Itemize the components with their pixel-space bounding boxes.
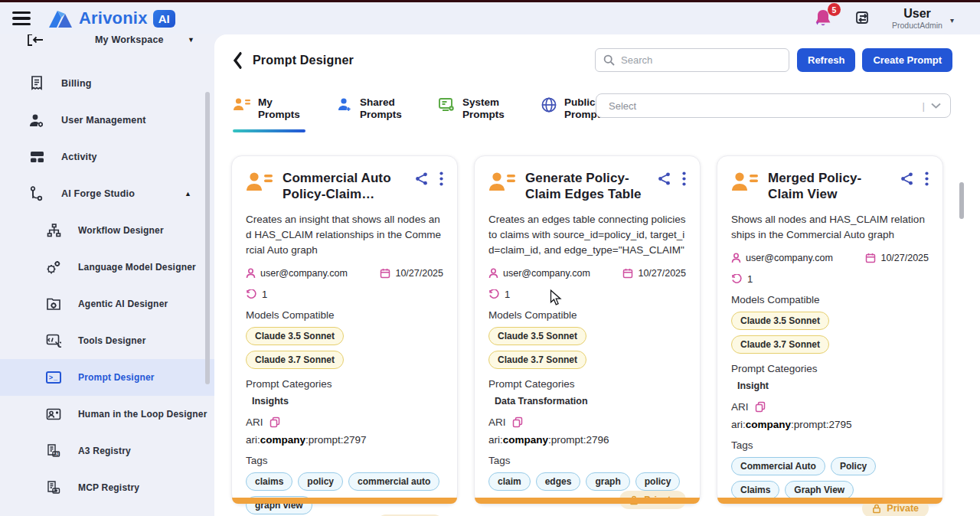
notification-bell-icon[interactable]: 5 (814, 8, 834, 28)
chevron-down-icon (931, 103, 941, 109)
prompt-date: 10/27/2025 (395, 268, 443, 279)
model-chip: Claude 3.5 Sonnet (731, 312, 829, 330)
model-chip: Claude 3.5 Sonnet (246, 327, 344, 345)
sidebar: My Workspace ▼ Billing User Man (0, 34, 214, 516)
workspace-switch-icon[interactable] (854, 9, 872, 28)
sidebar-item-human-in-the-loop-designer[interactable]: Human in the Loop Designer (0, 396, 214, 433)
brand-name: Arivonix (79, 8, 148, 28)
tab-system-prompts[interactable]: System Prompts (438, 96, 510, 132)
model-chip: Claude 3.7 Sonnet (246, 351, 344, 369)
sidebar-item-mcp-registry[interactable]: MCP Registry (0, 469, 214, 506)
copy-icon[interactable] (755, 401, 766, 413)
user-caret-icon: ▾ (950, 16, 954, 24)
share-icon[interactable] (414, 171, 429, 186)
version-count: 1 (505, 289, 510, 300)
ari-value: ari:company:prompt:2796 (488, 434, 686, 446)
sidebar-item-a3-registry[interactable]: A3 A3 Registry (0, 433, 214, 469)
models-compatible-label: Models Compatible (246, 309, 443, 321)
user-management-icon (29, 113, 44, 128)
tag-chip: claim (488, 472, 531, 491)
search-icon (603, 54, 615, 66)
share-icon[interactable] (657, 171, 671, 186)
calendar-icon (865, 253, 876, 263)
prompt-categories-label: Prompt Categories (246, 378, 443, 390)
user-role: ProductAdmin (892, 21, 942, 30)
sidebar-item-activity[interactable]: Activity (0, 139, 214, 175)
prompt-title: Generate Policy-Claim Edges Table (525, 170, 648, 203)
copy-icon[interactable] (512, 416, 523, 428)
owner-icon (488, 268, 498, 279)
sidebar-item-billing[interactable]: Billing (0, 65, 214, 102)
ari-label: ARI (731, 401, 749, 413)
ari-label: ARI (488, 416, 506, 428)
my-prompts-icon (233, 96, 251, 122)
sidebar-item-prompt-designer[interactable]: >_ Prompt Designer (0, 359, 214, 396)
tab-my-prompts[interactable]: My Prompts (233, 96, 305, 132)
sidebar-item-agentic-ai-designer[interactable]: Agentic AI Designer (0, 286, 214, 322)
history-icon (246, 289, 256, 300)
prompt-categories-label: Prompt Categories (731, 363, 929, 374)
prompt-title: Commercial Auto Policy-Claim… (283, 170, 405, 203)
prompt-date: 10/27/2025 (638, 268, 686, 279)
filter-select-value: Select (609, 100, 636, 112)
user-name: User (892, 7, 942, 21)
prompt-card[interactable]: Merged Policy-Claim View Shows all nodes… (717, 155, 943, 505)
ai-forge-studio-icon (29, 186, 44, 201)
brand-ai-badge: AI (153, 10, 175, 28)
share-icon[interactable] (900, 171, 914, 186)
copy-icon[interactable] (270, 416, 280, 428)
card-accent-bar (232, 498, 457, 504)
tags-label: Tags (488, 455, 686, 466)
sidebar-item-language-model-designer[interactable]: Language Model Designer (0, 249, 214, 286)
prompt-categories-label: Prompt Categories (488, 378, 686, 390)
tag-chip: Claims (731, 481, 779, 499)
shared-prompts-icon (336, 96, 353, 122)
kebab-menu-icon[interactable] (925, 171, 929, 186)
kebab-menu-icon[interactable] (439, 171, 443, 186)
prompt-card[interactable]: Commercial Auto Policy-Claim… Creates an… (231, 155, 458, 505)
version-count: 1 (747, 273, 753, 285)
tools-designer-icon (46, 333, 61, 348)
ari-value: ari:company:prompt:2797 (246, 434, 443, 446)
owner-email: user@company.com (503, 268, 590, 279)
mcp-registry-icon (46, 480, 61, 495)
filter-select[interactable]: Select | (596, 93, 951, 118)
calendar-icon (622, 268, 633, 279)
refresh-button[interactable]: Refresh (797, 48, 855, 72)
create-prompt-button[interactable]: Create Prompt (862, 48, 952, 72)
sidebar-item-tools-designer[interactable]: Tools Designer (0, 322, 214, 359)
collapse-sidebar-icon[interactable] (28, 34, 44, 46)
models-compatible-label: Models Compatible (731, 294, 929, 305)
back-arrow-icon[interactable] (233, 51, 242, 69)
search-input[interactable] (621, 54, 781, 66)
main-scrollbar[interactable] (959, 182, 964, 219)
tag-chip: Graph View (785, 481, 854, 499)
workspace-row[interactable]: My Workspace ▼ (0, 34, 214, 48)
agentic-ai-designer-icon (46, 296, 61, 312)
prompt-description: Creates an edges table connecting polici… (488, 212, 686, 258)
ari-value: ari:company:prompt:2795 (731, 419, 929, 430)
billing-icon (29, 76, 44, 91)
sidebar-item-workflow-designer[interactable]: Workflow Designer (0, 212, 214, 249)
prompt-category: Insight (737, 380, 929, 391)
search-box[interactable] (595, 48, 789, 72)
tab-shared-prompts[interactable]: Shared Prompts (336, 96, 407, 132)
select-separator: | (923, 100, 925, 112)
history-icon (731, 274, 742, 285)
prompt-designer-icon: >_ (46, 370, 61, 385)
sidebar-scrollbar[interactable] (205, 92, 210, 384)
human-in-the-loop-designer-icon (46, 407, 61, 422)
sidebar-item-user-management[interactable]: User Management (0, 102, 214, 139)
tag-chip: edges (536, 472, 581, 491)
tags-label: Tags (246, 455, 443, 466)
prompt-card[interactable]: Generate Policy-Claim Edges Table Create… (474, 155, 701, 505)
user-menu[interactable]: User ProductAdmin ▾ (892, 7, 954, 30)
language-model-designer-icon (46, 260, 61, 275)
kebab-menu-icon[interactable] (682, 171, 686, 186)
tag-chip: commercial auto (348, 472, 439, 491)
system-prompts-icon (438, 96, 456, 122)
workspace-caret-icon: ▼ (188, 36, 194, 44)
tag-chip: policy (298, 472, 343, 491)
sidebar-item-ai-forge-studio[interactable]: AI Forge Studio ▲ (0, 175, 214, 212)
hamburger-menu-icon[interactable] (12, 11, 31, 25)
